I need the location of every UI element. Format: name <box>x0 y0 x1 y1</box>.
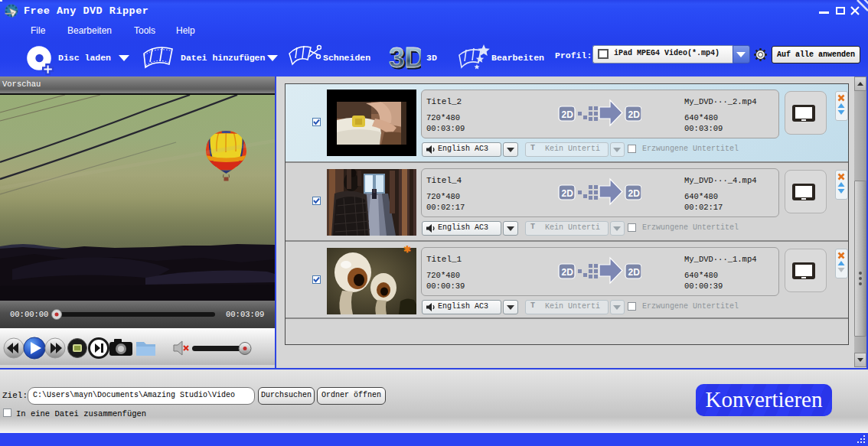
svg-text:3D: 3D <box>389 42 421 73</box>
svg-text:2D: 2D <box>562 267 574 278</box>
svg-text:2D: 2D <box>628 267 641 278</box>
svg-text:2D: 2D <box>562 109 574 120</box>
svg-text:2D: 2D <box>562 188 574 199</box>
svg-text:2D: 2D <box>628 188 641 199</box>
svg-text:2D: 2D <box>628 109 641 120</box>
